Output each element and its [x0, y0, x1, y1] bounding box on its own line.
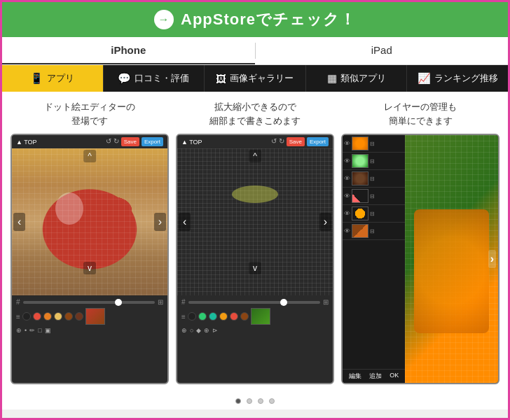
main-content: ドット絵エディターの登場です ▲ TOP ↺ ↻ Save Export ‹ › [2, 92, 508, 393]
top-label-2: ▲ TOP [181, 139, 202, 146]
similar-icon: ▦ [327, 72, 337, 85]
chevron-left-2[interactable]: ‹ [179, 213, 191, 231]
color2-red[interactable] [230, 312, 238, 321]
circle-icon[interactable]: ○ [190, 327, 193, 334]
arrow-icon[interactable]: ◆ [196, 327, 201, 334]
banner-arrow-icon: → [154, 10, 174, 29]
slider-2[interactable] [188, 301, 320, 304]
eye-icon-3[interactable]: 👁 [344, 175, 350, 182]
top-label-1: ▲ TOP [16, 139, 37, 146]
canvas-thumb-1 [85, 308, 105, 325]
color2-black[interactable] [188, 312, 196, 321]
eye-icon-1[interactable]: 👁 [344, 140, 350, 147]
tab-row: iPhone iPad [2, 37, 508, 65]
eye-icon-6[interactable]: 👁 [344, 227, 350, 234]
layer-thumb-2 [352, 154, 368, 168]
eye-icon-5[interactable]: 👁 [344, 210, 350, 217]
pencil-icon[interactable]: ✏ [29, 327, 35, 334]
layer-item-4[interactable]: 👁 ⊟ [343, 188, 405, 205]
layer-thumb-5 [352, 206, 368, 220]
slider-1[interactable] [23, 301, 155, 304]
color-yellow[interactable] [54, 312, 62, 321]
color-brown[interactable] [64, 312, 73, 321]
layers-icon[interactable]: ⊕ [16, 327, 22, 334]
chevron-up-1[interactable]: ^ [83, 150, 96, 162]
save-btn-2[interactable]: Save [287, 137, 305, 146]
phone-bottom-2: # ⊞ ≡ ⊕ ○ [177, 295, 333, 337]
color2-amber[interactable] [219, 312, 228, 321]
grid-large-icon: ⊞ [158, 298, 163, 306]
chevron-right-1[interactable]: › [154, 213, 166, 231]
grid-small-icon: # [16, 298, 20, 306]
tool-row-1: ⊕ • ✏ □ ▣ [16, 327, 163, 334]
color-orange[interactable] [43, 312, 52, 321]
phone-topbar-1: ▲ TOP ↺ ↻ Save Export [12, 135, 167, 148]
tool-row-2: ⊕ ○ ◆ ⊕ ⊳ [181, 327, 329, 334]
layers-nav-arrow[interactable]: › [488, 250, 496, 268]
nav-item-similar[interactable]: ▦ 類似アプリ [306, 65, 408, 92]
layer-item-6[interactable]: 👁 ⊟ [343, 223, 405, 240]
dot-icon[interactable]: • [25, 327, 27, 334]
phone-frame-3: 👁 ⊟ 👁 ⊟ 👁 ⊟ 👁 [341, 134, 499, 384]
tab-ipad[interactable]: iPad [256, 37, 509, 64]
layer-item-3[interactable]: 👁 ⊟ [343, 170, 405, 188]
screenshot-card-3: レイヤーの管理も簡単にできます 👁 ⊟ 👁 ⊟ 👁 [341, 100, 499, 384]
export-btn-1[interactable]: Export [142, 137, 163, 146]
chevron-right-2[interactable]: › [319, 213, 331, 231]
dot-1[interactable] [235, 398, 241, 404]
chevron-left-1[interactable]: ‹ [13, 213, 25, 231]
color-black[interactable] [22, 312, 31, 321]
screenshot-card-1: ドット絵エディターの登場です ▲ TOP ↺ ↻ Save Export ‹ › [11, 100, 169, 384]
layers-icon-2[interactable]: ⊕ [181, 327, 187, 334]
caption-2: 拡大縮小できるので細部まで書きこめます [209, 100, 301, 128]
phone-buttons-2: ↺ ↻ Save Export [271, 137, 329, 146]
layer-item-2[interactable]: 👁 ⊟ [343, 153, 405, 170]
edit-btn[interactable]: 編集 [349, 372, 361, 381]
layer-item-5[interactable]: 👁 ⊟ [343, 205, 405, 223]
pagination-dots [2, 393, 508, 410]
canvas-thumb-2 [251, 308, 270, 325]
export-btn-2[interactable]: Export [307, 137, 329, 146]
layers-panel: 👁 ⊟ 👁 ⊟ 👁 ⊟ 👁 [343, 135, 405, 383]
slider-row-1: # ⊞ [16, 298, 163, 306]
nav-item-app[interactable]: 📱 アプリ [2, 65, 104, 92]
nav-item-ranking[interactable]: 📈 ランキング推移 [407, 65, 508, 92]
save-btn-1[interactable]: Save [121, 137, 139, 146]
eye-icon-2[interactable]: 👁 [344, 158, 350, 164]
color-darkbrown[interactable] [75, 312, 83, 321]
color-red[interactable] [33, 312, 41, 321]
color2-green[interactable] [198, 312, 207, 321]
layer-thumb-4 [352, 189, 368, 203]
color2-brown[interactable] [240, 312, 249, 321]
move-icon[interactable]: ⊕ [204, 327, 209, 334]
chevron-down-2[interactable]: v [249, 262, 261, 274]
layer-item-1[interactable]: 👁 ⊟ [343, 135, 405, 153]
phone-bottom-1: # ⊞ ≡ ⊕ • [12, 295, 167, 337]
ok-btn[interactable]: OK [390, 372, 399, 381]
ranking-icon: 📈 [418, 72, 431, 85]
dot-3[interactable] [258, 398, 263, 404]
nav-item-gallery[interactable]: 🖼 画像ギャラリー [205, 65, 306, 92]
next-icon[interactable]: ⊳ [212, 327, 218, 334]
gallery-icon: 🖼 [216, 73, 226, 85]
dot-2[interactable] [247, 398, 252, 404]
dot-4[interactable] [269, 398, 275, 404]
eye-icon-4[interactable]: 👁 [344, 192, 350, 200]
chevron-down-1[interactable]: v [83, 262, 96, 274]
rect-icon[interactable]: □ [38, 327, 41, 334]
top-banner[interactable]: → AppStoreでチェック！ [2, 2, 508, 37]
nav-item-review[interactable]: 💬 口コミ・評価 [104, 65, 205, 92]
add-btn[interactable]: 追加 [369, 372, 382, 381]
banner-label: AppStoreでチェック！ [181, 9, 356, 30]
layer-thumb-3 [352, 172, 368, 186]
color-palette-1: ≡ [16, 308, 163, 325]
fill-icon[interactable]: ▣ [45, 327, 51, 334]
phone-topbar-2: ▲ TOP ↺ ↻ Save Export [177, 135, 333, 148]
phone-frame-2: ▲ TOP ↺ ↻ Save Export ‹ › ^ v # [176, 134, 334, 384]
chevron-up-2[interactable]: ^ [249, 150, 261, 162]
tab-iphone[interactable]: iPhone [2, 37, 255, 64]
review-icon: 💬 [118, 72, 131, 85]
app-icon: 📱 [30, 72, 43, 85]
color2-teal[interactable] [209, 312, 217, 321]
layer-thumb-6 [352, 224, 368, 238]
